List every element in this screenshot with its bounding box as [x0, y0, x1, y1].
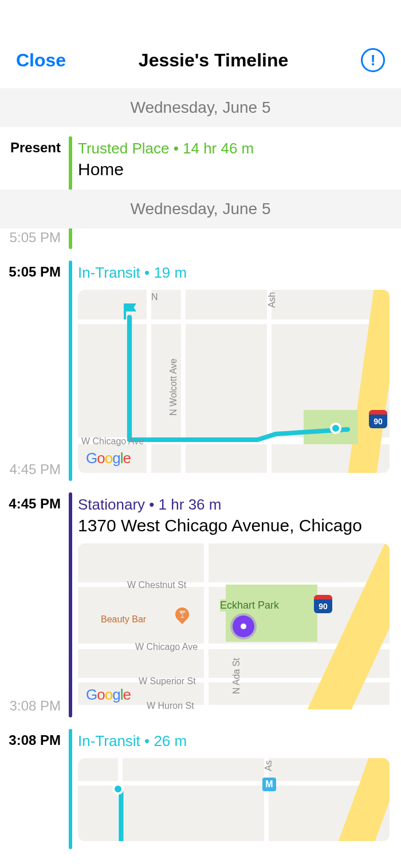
status-label: Trusted Place • 14 hr 46 m [78, 140, 390, 157]
time-column: 3:08 PM [0, 729, 64, 849]
map-label: W Superior St [139, 676, 196, 686]
date-separator-inner: Wednesday, June 5 [0, 190, 401, 228]
map-transit-1[interactable]: N N Wolcott Ave Ash W Chicago Ave 90 Goo… [78, 290, 390, 473]
time-start: 4:45 PM [0, 496, 61, 512]
time-start: 5:05 PM [0, 264, 61, 280]
time-column: 5:05 PM 4:45 PM [0, 261, 64, 481]
map-label-poi: Beauty Bar [101, 614, 146, 625]
date-separator: Wednesday, June 5 [0, 88, 401, 127]
place-name: Home [78, 160, 390, 179]
header: Close Jessie's Timeline [0, 34, 401, 88]
timeline-segment-transit[interactable]: 3:08 PM In-Transit • 26 m M As [0, 729, 401, 849]
poi-pin-icon [172, 605, 192, 624]
close-button[interactable]: Close [16, 50, 66, 71]
timeline-segment-stationary[interactable]: 4:45 PM 3:08 PM Stationary • 1 hr 36 m 1… [0, 492, 401, 717]
map-label: N [151, 292, 158, 302]
timeline-bar [69, 261, 72, 481]
map-label: W Chicago Ave [81, 436, 144, 447]
segment-content: Trusted Place • 14 hr 46 m Home Wednesda… [78, 136, 401, 249]
google-attribution: Google [86, 449, 131, 467]
map-label: W Chestnut St [127, 580, 186, 590]
flag-icon [124, 303, 126, 319]
time-end: 4:45 PM [0, 461, 61, 478]
place-name: 1370 West Chicago Avenue, Chicago [78, 516, 390, 535]
page-title: Jessie's Timeline [66, 50, 361, 71]
route-end-dot [112, 783, 124, 795]
map-transit-2[interactable]: M As [78, 758, 390, 841]
map-stationary[interactable]: W Chestnut St Eckhart Park Beauty Bar W … [78, 543, 390, 709]
map-label: As [264, 760, 274, 771]
interstate-shield-icon: 90 [314, 595, 332, 613]
info-icon[interactable] [361, 48, 385, 72]
status-label: In-Transit • 19 m [78, 264, 390, 282]
interstate-shield-icon: 90 [369, 410, 387, 428]
map-label: N Ada St [231, 658, 242, 694]
time-start: Present [0, 140, 61, 156]
status-label: In-Transit • 26 m [78, 732, 390, 750]
metro-icon: M [262, 778, 276, 791]
time-column: 4:45 PM 3:08 PM [0, 492, 64, 717]
segment-content: In-Transit • 26 m M As [78, 729, 401, 849]
segment-content: In-Transit • 19 m N N Wolcott Ave Ash W … [78, 261, 401, 481]
map-label: N Wolcott Ave [168, 358, 179, 416]
time-start: 3:08 PM [0, 732, 61, 748]
map-label: Ash [267, 292, 277, 308]
timeline-bar [69, 492, 72, 717]
timeline-segment-trusted[interactable]: Present 5:05 PM Trusted Place • 14 hr 46… [0, 136, 401, 249]
map-label: W Huron St [147, 701, 194, 709]
map-label-park: Eckhart Park [220, 599, 279, 611]
status-label: Stationary • 1 hr 36 m [78, 496, 390, 514]
route-end-dot [330, 423, 341, 434]
timeline-bar [69, 729, 72, 849]
time-end: 5:05 PM [0, 230, 61, 246]
google-attribution: Google [86, 686, 131, 704]
timeline-segment-transit[interactable]: 5:05 PM 4:45 PM In-Transit • 19 m N N Wo… [0, 261, 401, 481]
time-end: 3:08 PM [0, 698, 61, 714]
location-pin-icon [233, 616, 254, 637]
segment-content: Stationary • 1 hr 36 m 1370 West Chicago… [78, 492, 401, 717]
map-label: W Chicago Ave [135, 642, 198, 652]
